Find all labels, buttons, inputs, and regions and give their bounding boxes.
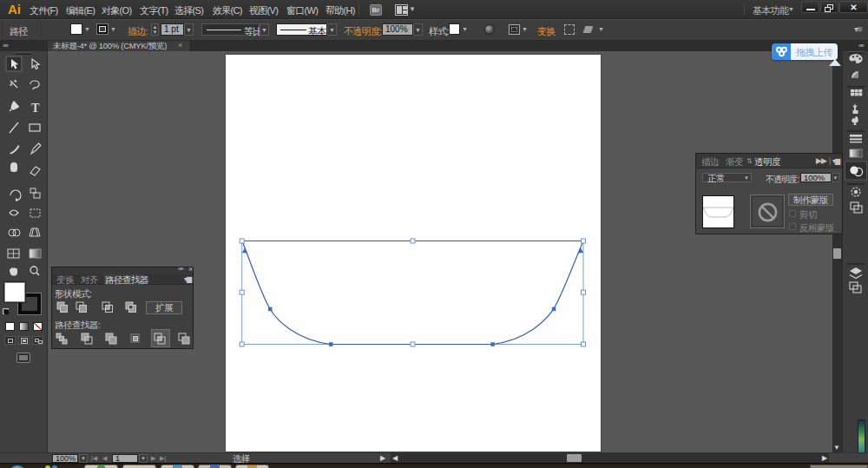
svg-text:T: T: [31, 102, 40, 115]
